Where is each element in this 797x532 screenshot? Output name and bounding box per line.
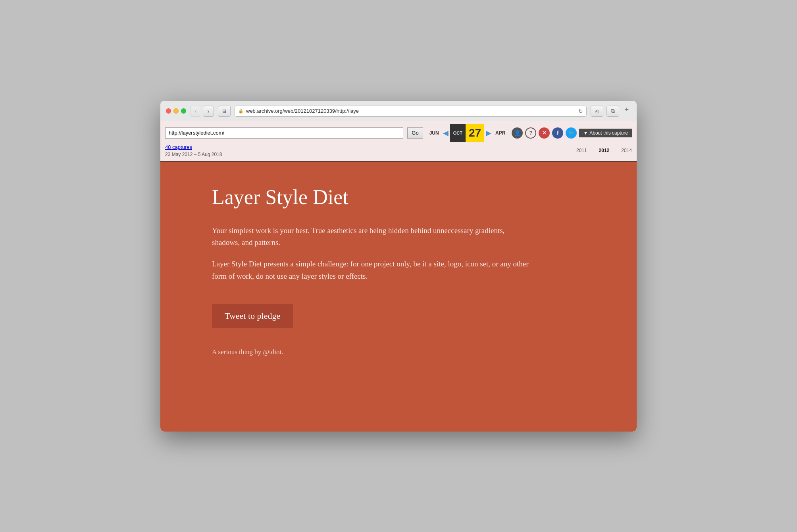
address-bar[interactable]: 🔒 web.archive.org/web/20121027120339/htt… <box>235 106 587 117</box>
wayback-twitter-button[interactable]: 🐦 <box>566 127 577 139</box>
prev-year-label: 2011 <box>576 148 587 153</box>
facebook-icon: f <box>557 130 559 136</box>
close-window-button[interactable] <box>166 108 171 114</box>
about-capture-arrow: ▼ <box>583 130 588 136</box>
date-range: 23 May 2012 – 5 Aug 2018 <box>165 152 222 157</box>
site-content: Layer Style Diet Your simplest work is y… <box>160 162 637 432</box>
user-icon: 👤 <box>514 130 521 136</box>
about-capture-label: About this capture <box>589 130 628 136</box>
sidebar-icon: ⊟ <box>222 108 226 114</box>
wayback-go-button[interactable]: Go <box>407 127 423 139</box>
wayback-close-button[interactable]: ✕ <box>539 127 550 139</box>
tabs-button[interactable]: ⧉ <box>606 106 619 117</box>
year-labels: 2011 2012 2014 <box>576 148 632 153</box>
add-tab-button[interactable]: + <box>622 106 631 114</box>
nav-buttons: ‹ › <box>190 106 214 117</box>
wayback-right-section: 👤 ? ✕ f 🐦 ▼ About this capture <box>512 127 632 139</box>
forward-icon: › <box>208 108 210 114</box>
sidebar-toggle-button[interactable]: ⊟ <box>218 106 231 117</box>
forward-button[interactable]: › <box>203 106 214 117</box>
tabs-icon: ⧉ <box>611 108 615 114</box>
browser-actions: ⎋ ⧉ + <box>591 106 631 117</box>
wayback-user-button[interactable]: 👤 <box>512 127 523 139</box>
site-paragraph-1: Your simplest work is your best. True ae… <box>212 225 529 249</box>
twitter-icon: 🐦 <box>568 130 574 136</box>
add-tab-icon: + <box>625 106 629 114</box>
site-paragraph-2: Layer Style Diet presents a simple chall… <box>212 258 529 282</box>
calendar-prev-button[interactable]: ◀ <box>441 129 450 137</box>
tweet-to-pledge-button[interactable]: Tweet to pledge <box>212 304 293 328</box>
current-month-label: OCT <box>450 124 466 142</box>
current-year-label: 2012 <box>599 148 610 153</box>
back-button[interactable]: ‹ <box>190 106 201 117</box>
back-icon: ‹ <box>195 108 197 114</box>
browser-window: ‹ › ⊟ 🔒 web.archive.org/web/201210271203… <box>160 101 637 432</box>
lock-icon: 🔒 <box>238 108 244 114</box>
reload-button[interactable]: ↻ <box>578 108 583 114</box>
captures-section: 48 captures 23 May 2012 – 5 Aug 2018 <box>165 143 222 158</box>
site-footer: A serious thing by @idiot. <box>212 348 585 356</box>
wayback-bar: Go JUN ◀ OCT 27 ▶ APR 👤 <box>160 121 637 162</box>
close-icon: ✕ <box>542 129 547 137</box>
wayback-bottom-row: 48 captures 23 May 2012 – 5 Aug 2018 201… <box>165 143 632 158</box>
browser-titlebar: ‹ › ⊟ 🔒 web.archive.org/web/201210271203… <box>166 106 631 121</box>
wayback-top-row: Go JUN ◀ OCT 27 ▶ APR 👤 <box>165 124 632 142</box>
next-year-label: 2014 <box>621 148 632 153</box>
current-day-label: 27 <box>466 124 484 142</box>
calendar-nav-row: JUN ◀ OCT 27 ▶ APR <box>427 124 508 142</box>
share-button[interactable]: ⎋ <box>591 106 603 117</box>
wayback-calendar: JUN ◀ OCT 27 ▶ APR <box>427 124 508 142</box>
calendar-current: OCT 27 <box>450 124 484 142</box>
share-icon: ⎋ <box>595 108 599 114</box>
traffic-lights <box>166 108 186 114</box>
address-text: web.archive.org/web/20121027120339/http:… <box>246 108 576 114</box>
prev-month-label: JUN <box>427 129 441 137</box>
wayback-url-input[interactable] <box>165 127 403 139</box>
about-capture-button[interactable]: ▼ About this capture <box>579 129 632 137</box>
wayback-facebook-button[interactable]: f <box>552 127 563 139</box>
maximize-window-button[interactable] <box>181 108 186 114</box>
wayback-help-button[interactable]: ? <box>525 127 536 139</box>
calendar-next-button[interactable]: ▶ <box>484 129 493 137</box>
browser-chrome: ‹ › ⊟ 🔒 web.archive.org/web/201210271203… <box>160 101 637 121</box>
site-title: Layer Style Diet <box>212 185 585 209</box>
next-month-label: APR <box>493 129 508 137</box>
help-icon: ? <box>529 130 532 136</box>
minimize-window-button[interactable] <box>173 108 179 114</box>
captures-link[interactable]: 48 captures <box>165 144 192 150</box>
